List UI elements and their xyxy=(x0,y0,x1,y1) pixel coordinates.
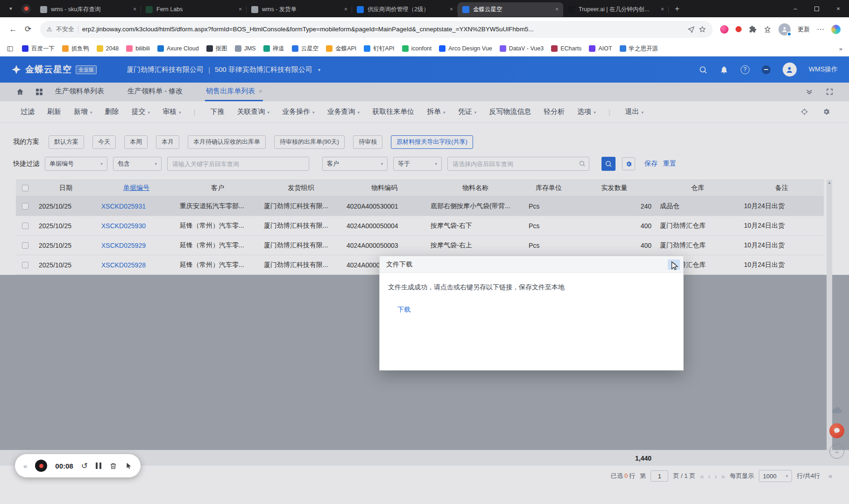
toolbar-button[interactable]: | 反写物流信息 ▾ xyxy=(489,107,531,116)
browser-profile-avatar[interactable] xyxy=(778,23,791,35)
tab-close-icon[interactable]: × xyxy=(344,6,347,13)
column-header[interactable]: 物料名称 xyxy=(426,184,524,192)
table-row[interactable]: 2025/10/25 XSCKD025931 重庆安道拓汽车零部... 厦门劲博… xyxy=(16,196,824,216)
row-checkbox[interactable] xyxy=(22,223,28,229)
first-page-icon[interactable]: « xyxy=(700,472,704,480)
toolbar-button[interactable]: | 新增 ▾ xyxy=(74,107,92,116)
fullscreen-icon[interactable] xyxy=(826,88,833,96)
bookmark-item[interactable]: Arco Design Vue xyxy=(435,44,495,53)
keyword-input[interactable] xyxy=(167,157,309,171)
row-checkbox[interactable] xyxy=(22,262,28,268)
cell-bill-no-link[interactable]: XSCKD025931 xyxy=(97,203,176,210)
bookmark-item[interactable]: JMS xyxy=(231,44,260,53)
filter-field-select[interactable]: 单据编号▾ xyxy=(45,157,107,171)
window-close-button[interactable]: × xyxy=(828,0,849,17)
browser-update-button[interactable]: 更新 xyxy=(798,25,810,34)
apps-grid-icon[interactable] xyxy=(35,88,43,96)
save-filter-link[interactable]: 保存 xyxy=(644,160,658,168)
column-header[interactable]: 发货组织 xyxy=(260,184,342,192)
bookmark-item[interactable]: 云星空 xyxy=(288,43,323,54)
favorites-bar-icon[interactable] xyxy=(764,25,771,33)
search-button[interactable] xyxy=(601,157,616,171)
send-icon[interactable] xyxy=(687,26,695,33)
sidebar-toggle-icon[interactable] xyxy=(7,45,14,52)
select-all-checkbox[interactable] xyxy=(22,185,28,191)
last-page-icon[interactable]: » xyxy=(721,472,725,480)
bookmark-item[interactable]: 钉钉API xyxy=(360,43,398,54)
bookmark-item[interactable]: 禅道 xyxy=(260,43,288,54)
url-omnibox[interactable]: ⚠ 不安全 erp2.jinboway.com/k3cloud/html5/df… xyxy=(40,21,713,38)
column-header[interactable]: 仓库 xyxy=(656,184,740,192)
bookmark-star-icon[interactable] xyxy=(699,26,706,33)
settings-gear-icon[interactable] xyxy=(822,108,830,116)
cell-bill-no-link[interactable]: XSCKD025930 xyxy=(97,222,176,230)
toolbar-button[interactable]: | 业务查询 ▾ xyxy=(327,107,360,116)
tab-search-icon[interactable]: ▾ xyxy=(5,3,17,14)
toolbar-button[interactable]: | 过滤 ▾ xyxy=(21,107,35,116)
scheme-button[interactable]: 待审核 xyxy=(353,135,382,149)
tab-close-icon[interactable]: × xyxy=(450,6,453,13)
filter-operator2-select[interactable]: 等于▾ xyxy=(393,157,442,171)
toolbar-button[interactable]: | 刷新 ▾ xyxy=(47,107,61,116)
back-icon[interactable]: ← xyxy=(6,22,21,37)
user-avatar[interactable] xyxy=(783,63,797,77)
browser-tab[interactable]: wms - sku库存查询 × xyxy=(35,2,141,17)
record-stop-button[interactable] xyxy=(35,460,47,472)
toolbar-button[interactable]: | 轻分析 ▾ xyxy=(544,107,565,116)
feedback-smiley-icon[interactable] xyxy=(829,444,844,459)
extension-pink-icon[interactable] xyxy=(720,25,729,34)
cell-bill-no-link[interactable]: XSCKD025929 xyxy=(97,242,176,249)
browser-tab[interactable]: Fern Labs × xyxy=(141,2,247,17)
next-page-icon[interactable]: › xyxy=(715,472,717,480)
bookmark-item[interactable]: DataV - Vue3 xyxy=(496,44,548,53)
scheme-button[interactable]: 本月待确认应收的出库单 xyxy=(188,135,266,149)
tab-close-icon[interactable]: × xyxy=(133,6,136,13)
browser-tab[interactable]: 供应商询价管理（2级） × xyxy=(352,2,458,17)
bookmarks-overflow-icon[interactable]: » xyxy=(839,45,842,52)
pause-recording-icon[interactable] xyxy=(96,462,101,469)
workspace-tab[interactable]: 生产领料单列表 × xyxy=(54,83,105,101)
help-icon[interactable]: ? xyxy=(741,65,750,74)
bookmark-item[interactable]: ECharts xyxy=(547,44,585,53)
download-link[interactable]: 下载 xyxy=(397,306,410,314)
row-checkbox[interactable] xyxy=(22,242,28,249)
company-switcher[interactable]: 厦门劲博汇科技有限公司 | 500 菲律宾劲博汇科技有限公司 ▾ xyxy=(127,65,320,74)
bookmark-item[interactable]: iconfont xyxy=(398,44,436,53)
reset-filter-link[interactable]: 重置 xyxy=(663,160,676,168)
collapse-panel-icon[interactable]: « xyxy=(828,472,832,480)
bookmark-item[interactable]: 抠图 xyxy=(203,43,231,54)
bookmark-item[interactable]: 百度一下 xyxy=(18,43,58,54)
bell-icon[interactable] xyxy=(720,65,729,74)
tab-close-icon[interactable]: × xyxy=(555,6,559,13)
browser-tab[interactable]: wms - 发货单 × xyxy=(247,2,352,17)
toolbar-button[interactable]: | 删除 ▾ xyxy=(105,107,119,116)
toolbar-button[interactable]: | 下推 ▾ xyxy=(194,107,225,116)
column-header[interactable]: 单据编号 xyxy=(97,184,176,192)
recorder-extension-icon[interactable] xyxy=(736,26,742,32)
filter-settings-gear-icon[interactable] xyxy=(622,157,635,170)
refresh-icon[interactable]: ⟳ xyxy=(21,22,35,37)
browser-menu-icon[interactable]: ⋯ xyxy=(817,25,824,34)
dialog-titlebar[interactable]: 文件下载 × xyxy=(380,256,683,273)
do-not-disturb-icon[interactable] xyxy=(762,65,771,74)
row-checkbox[interactable] xyxy=(22,203,28,210)
scheme-button[interactable]: 本月 xyxy=(156,135,179,149)
scheme-button[interactable]: 今天 xyxy=(92,135,116,149)
toolbar-button[interactable]: | 审核 ▾ xyxy=(163,107,181,116)
filter-field2-select[interactable]: 客户▾ xyxy=(322,157,388,171)
delete-recording-icon[interactable] xyxy=(109,462,117,470)
toolbar-button[interactable]: | 提交 ▾ xyxy=(132,107,150,116)
column-header[interactable]: 库存单位 xyxy=(524,184,573,192)
recorder-collapse-icon[interactable]: « xyxy=(23,462,27,470)
column-header[interactable]: 备注 xyxy=(740,184,824,192)
per-page-select[interactable]: 1000 ▾ xyxy=(759,470,792,482)
toolbar-button[interactable]: | 凭证 ▾ xyxy=(458,107,477,116)
toolbar-button[interactable]: | 选项 ▾ xyxy=(577,107,596,116)
toolbar-button[interactable]: | 拆单 ▾ xyxy=(427,107,446,116)
scheme-button[interactable]: 原材料报关导出字段(共享) xyxy=(391,135,473,149)
toolbar-button[interactable]: | 业务操作 ▾ xyxy=(282,107,315,116)
extensions-puzzle-icon[interactable] xyxy=(749,25,757,33)
window-minimize-button[interactable]: – xyxy=(785,0,806,17)
search-icon[interactable] xyxy=(699,65,708,74)
column-header[interactable]: 日期 xyxy=(35,184,97,192)
